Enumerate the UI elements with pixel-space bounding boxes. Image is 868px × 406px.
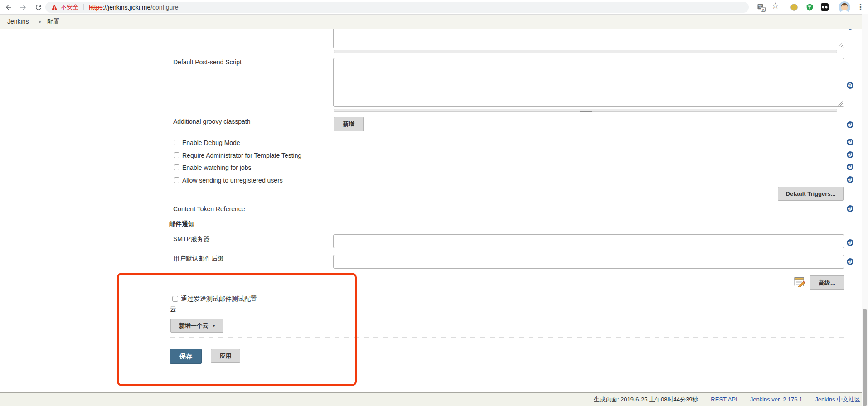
browser-menu-kebab-icon[interactable]: ⋮ bbox=[857, 3, 864, 11]
url-scheme: https bbox=[89, 4, 102, 11]
apply-button[interactable]: 应用 bbox=[211, 349, 240, 363]
forward-icon[interactable] bbox=[19, 3, 27, 11]
url-text[interactable]: https://jenkins.jicki.me/configure bbox=[89, 4, 179, 11]
screenshot-root: 不安全 https://jenkins.jicki.me/configure 文… bbox=[0, 0, 868, 406]
allow-unregistered-checkbox[interactable] bbox=[174, 177, 179, 183]
post-send-script-label: Default Post-send Script bbox=[173, 58, 242, 66]
textarea-resize-handle[interactable] bbox=[334, 109, 837, 112]
checkbox-row: Require Administrator for Template Testi… bbox=[174, 151, 301, 159]
notepad-pencil-icon[interactable] bbox=[794, 276, 806, 287]
smtp-server-input[interactable] bbox=[333, 234, 844, 248]
content-token-reference-label: Content Token Reference bbox=[173, 205, 245, 213]
address-bar[interactable]: 不安全 https://jenkins.jicki.me/configure bbox=[45, 2, 749, 13]
checkbox-row: Allow sending to unregistered users bbox=[174, 176, 283, 184]
help-icon[interactable]: ? bbox=[847, 121, 853, 128]
bookmark-star-icon[interactable]: ☆ bbox=[771, 2, 779, 10]
profile-avatar[interactable] bbox=[839, 1, 850, 13]
test-mail-checkbox[interactable] bbox=[172, 296, 178, 302]
textarea-resize-handle[interactable] bbox=[334, 50, 837, 53]
add-cloud-dropdown-button[interactable]: 新增一个云 ▾ bbox=[170, 319, 223, 333]
default-suffix-input[interactable] bbox=[333, 255, 844, 269]
add-cloud-label: 新增一个云 bbox=[179, 322, 209, 330]
omnibox-divider bbox=[83, 4, 84, 10]
section-divider bbox=[169, 231, 853, 231]
watch-jobs-checkbox[interactable] bbox=[174, 164, 179, 170]
rest-api-link[interactable]: REST API bbox=[711, 396, 737, 403]
enable-debug-checkbox[interactable] bbox=[174, 140, 179, 145]
chevron-right-icon: ▸ bbox=[39, 14, 42, 29]
help-icon[interactable]: ? bbox=[847, 239, 853, 246]
breadcrumb-configure[interactable]: 配置 bbox=[47, 14, 60, 29]
toolbar-divider bbox=[835, 4, 835, 11]
advanced-button[interactable]: 高级... bbox=[810, 276, 844, 290]
svg-text:A: A bbox=[762, 8, 765, 12]
checkbox-label: Enable Debug Mode bbox=[182, 139, 240, 146]
url-host: ://jenkins.jicki.me bbox=[102, 4, 150, 11]
breadcrumb-jenkins[interactable]: Jenkins bbox=[7, 14, 29, 29]
default-suffix-label: 用户默认邮件后缀 bbox=[173, 255, 224, 263]
groovy-classpath-label: Additional groovy classpath bbox=[173, 118, 250, 125]
help-icon[interactable]: ? bbox=[847, 82, 853, 89]
default-presend-script-textarea[interactable] bbox=[334, 27, 844, 48]
default-presend-script-textarea-wrap bbox=[333, 26, 844, 48]
chevron-down-icon: ▾ bbox=[213, 324, 215, 328]
annotation-highlight-box bbox=[117, 273, 357, 386]
post-send-script-textarea-wrap bbox=[333, 58, 844, 107]
add-classpath-button[interactable]: 新增 bbox=[334, 117, 364, 131]
checkbox-row: Enable watching for jobs bbox=[174, 164, 252, 171]
mail-notification-section-title: 邮件通知 bbox=[169, 220, 194, 228]
back-icon[interactable] bbox=[5, 3, 13, 11]
reload-icon[interactable] bbox=[34, 3, 43, 11]
resize-grip-icon bbox=[580, 110, 592, 112]
help-icon[interactable]: ? bbox=[847, 151, 853, 158]
browser-toolbar: 不安全 https://jenkins.jicki.me/configure 文… bbox=[0, 0, 868, 15]
require-admin-checkbox[interactable] bbox=[174, 152, 179, 158]
translate-icon[interactable]: 文 A bbox=[757, 4, 766, 12]
url-path: /configure bbox=[150, 4, 178, 11]
help-icon[interactable]: ? bbox=[847, 258, 853, 265]
security-status-label[interactable]: 不安全 bbox=[61, 3, 78, 11]
checkbox-label: Enable watching for jobs bbox=[182, 164, 252, 171]
smtp-server-label: SMTP服务器 bbox=[173, 235, 210, 243]
help-icon[interactable]: ? bbox=[847, 205, 853, 212]
cloud-section-title: 云 bbox=[170, 305, 176, 314]
jenkins-version-link[interactable]: Jenkins ver. 2.176.1 bbox=[750, 396, 803, 403]
extension-yellow-circle-icon[interactable] bbox=[790, 4, 798, 11]
checkbox-label: 通过发送测试邮件测试配置 bbox=[181, 295, 257, 303]
extension-tampermonkey-icon[interactable] bbox=[821, 3, 829, 11]
breadcrumb: Jenkins ▸ 配置 bbox=[0, 14, 868, 29]
help-icon[interactable]: ? bbox=[847, 139, 853, 145]
help-icon[interactable]: ? bbox=[847, 164, 853, 170]
extension-green-shield-icon[interactable] bbox=[806, 3, 814, 11]
scrollbar-thumb[interactable] bbox=[863, 309, 867, 406]
save-button[interactable]: 保存 bbox=[170, 349, 202, 364]
insecure-warning-icon[interactable] bbox=[51, 5, 58, 10]
section-divider bbox=[170, 314, 853, 314]
help-icon[interactable]: ? bbox=[847, 176, 853, 183]
checkbox-label: Require Administrator for Template Testi… bbox=[182, 152, 301, 159]
jenkins-chinese-community-link[interactable]: Jenkins 中文社区 bbox=[815, 396, 860, 404]
post-send-script-textarea[interactable] bbox=[334, 58, 844, 106]
checkbox-row: 通过发送测试邮件测试配置 bbox=[172, 295, 257, 303]
page-footer: 生成页面: 2019-6-25 上午08时44分39秒 REST API Jen… bbox=[0, 392, 868, 406]
checkbox-row: Enable Debug Mode bbox=[174, 139, 240, 146]
checkbox-label: Allow sending to unregistered users bbox=[182, 177, 283, 184]
default-triggers-button[interactable]: Default Triggers... bbox=[778, 187, 844, 201]
generated-timestamp: 生成页面: 2019-6-25 上午08时44分39秒 bbox=[594, 396, 698, 404]
drop-zone-divider bbox=[170, 337, 844, 338]
resize-grip-icon bbox=[580, 51, 592, 53]
